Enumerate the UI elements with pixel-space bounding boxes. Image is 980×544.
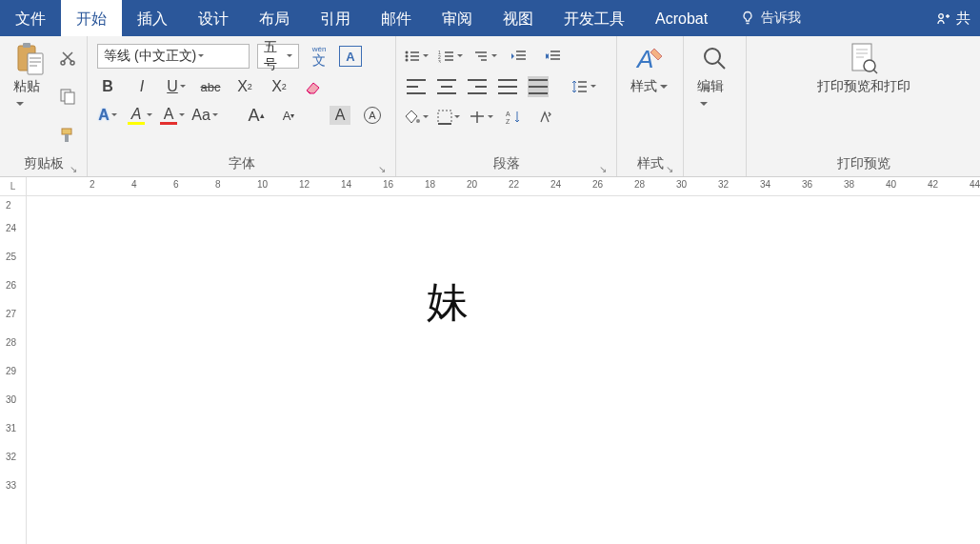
ruler-v-tick: 26 [6, 280, 16, 291]
styles-button[interactable]: A 样式 [625, 40, 673, 153]
print-preview-button[interactable]: 打印预览和打印 [754, 40, 972, 153]
show-marks-button[interactable] [535, 107, 556, 128]
svg-text:3: 3 [438, 59, 441, 63]
ruler-h-tick: 34 [760, 179, 770, 190]
tab-mail[interactable]: 邮件 [366, 0, 427, 36]
char-shade-button[interactable]: A [330, 106, 350, 125]
ruler-v-tick: 2 [6, 200, 11, 211]
ruler-vertical[interactable]: 224252627282930313233 [0, 196, 27, 544]
shading-icon [404, 110, 421, 125]
tab-acrobat[interactable]: Acrobat [640, 0, 723, 36]
font-color-button[interactable]: A [162, 105, 183, 126]
align-justify-button[interactable] [497, 76, 518, 97]
ruler-v-tick: 33 [6, 480, 16, 491]
decrease-indent-button[interactable] [509, 46, 530, 67]
grow-font-button[interactable]: A▴ [246, 105, 267, 126]
ruler-v-tick: 27 [6, 309, 16, 319]
align-left-button[interactable] [406, 76, 427, 97]
share-button[interactable]: 共 [926, 0, 980, 36]
tell-me-search[interactable]: 告诉我 [729, 0, 812, 36]
bold-button[interactable]: B [97, 76, 118, 97]
asian-layout-button[interactable] [470, 107, 491, 128]
align-distributed-button[interactable] [528, 76, 549, 97]
clear-formatting-button[interactable] [303, 76, 324, 97]
svg-point-16 [416, 119, 420, 123]
font-size-value: 五号 [264, 39, 285, 73]
ruler-v-tick: 31 [6, 423, 16, 433]
sort-button[interactable]: AZ [503, 107, 524, 128]
char-border-glyph: A [346, 50, 354, 64]
group-font-label: 字体 [95, 153, 388, 176]
font-size-combo[interactable]: 五号 [257, 44, 299, 69]
ruler-h-tick: 30 [676, 179, 687, 190]
paste-icon [13, 42, 48, 76]
align-center-button[interactable] [436, 76, 457, 97]
ruler-horizontal[interactable]: 2468101214161820222426283032343638404244 [27, 177, 980, 195]
subscript-button[interactable]: X2 [234, 76, 255, 97]
line-spacing-button[interactable] [573, 76, 594, 97]
cut-button[interactable] [57, 48, 78, 69]
ruler-h-tick: 36 [802, 179, 812, 190]
align-right-button[interactable] [467, 76, 488, 97]
group-editing: 编辑 [684, 36, 747, 176]
svg-text:A: A [506, 111, 510, 117]
format-painter-button[interactable] [57, 125, 78, 146]
underline-button[interactable]: U [166, 76, 187, 97]
group-print-label: 打印预览 [754, 153, 972, 176]
strikethrough-button[interactable]: abc [200, 76, 221, 97]
align-left-icon [407, 79, 426, 94]
superscript-button[interactable]: X2 [269, 76, 290, 97]
svg-point-10 [406, 51, 409, 54]
char-border-button[interactable]: A [339, 46, 362, 67]
ruler-h-tick: 26 [592, 179, 603, 190]
numbering-icon: 123 [438, 50, 455, 63]
font-name-combo[interactable]: 等线 (中文正文) [97, 44, 250, 69]
borders-icon [437, 110, 452, 125]
increase-indent-button[interactable] [543, 46, 564, 67]
multilevel-list-button[interactable] [474, 46, 495, 67]
group-styles: A 样式 样式 [617, 36, 684, 176]
highlight-swatch [128, 122, 145, 125]
editing-button[interactable]: 编辑 [691, 40, 738, 171]
paste-button[interactable]: 粘贴 [8, 40, 53, 153]
tab-home[interactable]: 开始 [61, 0, 122, 36]
document-body-text[interactable]: 妹 [427, 274, 469, 331]
italic-button[interactable]: I [131, 76, 152, 97]
ruler-v-tick: 29 [6, 366, 16, 376]
styles-icon: A [632, 42, 667, 76]
enclose-char-button[interactable]: A [362, 105, 383, 126]
bullets-button[interactable] [406, 46, 427, 67]
ribbon-tabbar: 文件 开始 插入 设计 布局 引用 邮件 审阅 视图 开发工具 Acrobat … [0, 0, 980, 36]
cut-icon [59, 50, 76, 67]
copy-button[interactable] [57, 86, 78, 107]
asian-layout-icon [469, 110, 486, 125]
tab-references[interactable]: 引用 [305, 0, 366, 36]
tab-developer[interactable]: 开发工具 [549, 0, 640, 36]
group-paragraph-label: 段落 [404, 153, 609, 176]
document-page[interactable]: 妹 [27, 196, 980, 544]
shrink-font-button[interactable]: A▾ [278, 105, 299, 126]
change-case-button[interactable]: Aa [194, 105, 215, 126]
tab-insert[interactable]: 插入 [122, 0, 183, 36]
svg-rect-9 [65, 134, 69, 142]
text-effects-button[interactable]: A [97, 105, 118, 126]
shading-button[interactable] [406, 107, 427, 128]
tab-file[interactable]: 文件 [0, 0, 61, 36]
tab-review[interactable]: 审阅 [427, 0, 488, 36]
borders-button[interactable] [438, 107, 459, 128]
ruler-h-tick: 28 [634, 179, 645, 190]
highlight-button[interactable]: A [130, 105, 150, 126]
ruler-h-tick: 20 [467, 179, 477, 190]
svg-rect-7 [65, 92, 74, 104]
print-preview-icon [847, 42, 881, 76]
ruler-h-tick: 6 [173, 179, 179, 190]
line-spacing-icon [571, 79, 589, 94]
phonetic-guide-button[interactable]: wén 文 [307, 46, 331, 67]
ruler-h-tick: 42 [928, 179, 938, 190]
tab-layout[interactable]: 布局 [244, 0, 305, 36]
tab-design[interactable]: 设计 [183, 0, 244, 36]
ruler-h-tick: 8 [215, 179, 221, 190]
font-name-value: 等线 (中文正文) [104, 48, 196, 65]
numbering-button[interactable]: 123 [440, 46, 461, 67]
tab-view[interactable]: 视图 [488, 0, 549, 36]
